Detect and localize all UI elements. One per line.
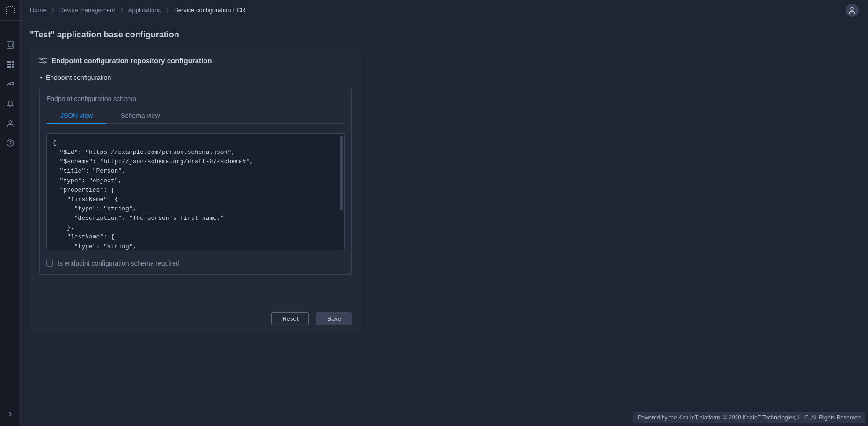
user-menu[interactable] (846, 4, 859, 17)
schema-required-checkbox[interactable] (46, 260, 53, 267)
svg-rect-11 (12, 66, 14, 68)
content: "Test" application base configuration En… (21, 21, 868, 426)
breadcrumb-current: Service configuration ECR (174, 7, 245, 14)
button-row: Reset Save (39, 312, 352, 325)
footer: Powered by the Kaa IoT platform, © 2020 … (633, 412, 865, 423)
page-title: "Test" application base configuration (30, 30, 859, 40)
caret-down-icon (39, 76, 43, 79)
tab-json-view[interactable]: JSON view (46, 108, 107, 124)
svg-rect-4 (9, 61, 11, 63)
svg-rect-6 (7, 64, 9, 65)
svg-rect-0 (7, 7, 14, 14)
breadcrumb-applications[interactable]: Applications (128, 7, 161, 14)
breadcrumb-device-management[interactable]: Device management (59, 7, 115, 14)
section-toggle[interactable]: Endpoint configuration (39, 74, 352, 81)
svg-rect-5 (12, 61, 14, 63)
checkbox-label: Is endpoint configuration schema require… (58, 260, 180, 267)
sidebar-nav (0, 21, 20, 149)
sidebar-item-apps[interactable] (0, 59, 20, 70)
breadcrumb-home[interactable]: Home (30, 7, 46, 14)
sidebar-expand-toggle[interactable] (0, 407, 20, 421)
svg-rect-2 (8, 43, 12, 47)
svg-rect-3 (7, 61, 9, 63)
tab-schema-view[interactable]: Schema view (107, 108, 174, 124)
sidebar-item-help[interactable] (0, 137, 20, 149)
svg-rect-10 (9, 66, 11, 68)
reset-button[interactable]: Reset (271, 312, 309, 325)
save-button[interactable]: Save (316, 312, 352, 325)
svg-point-12 (9, 121, 12, 123)
svg-rect-9 (7, 66, 9, 68)
header: Home Device management Applications Serv… (21, 0, 868, 21)
scrollbar[interactable] (340, 136, 343, 210)
svg-rect-7 (9, 64, 11, 65)
chevron-right-icon (120, 8, 124, 13)
sidebar-item-dashboard[interactable] (0, 39, 20, 51)
svg-point-14 (10, 144, 10, 145)
card-title-text: Endpoint configuration repository config… (51, 57, 212, 65)
section-title-text: Endpoint configuration (46, 74, 111, 81)
breadcrumbs: Home Device management Applications Serv… (30, 7, 246, 14)
sidebar-item-notifications[interactable] (0, 98, 20, 109)
sidebar-item-user[interactable] (0, 118, 20, 129)
schema-label: Endpoint configuration schema (46, 95, 345, 102)
svg-point-17 (41, 58, 43, 60)
chevron-right-icon (51, 8, 55, 13)
sliders-icon (39, 58, 47, 64)
svg-point-15 (851, 7, 853, 10)
svg-rect-1 (7, 42, 14, 48)
svg-rect-8 (12, 64, 14, 65)
config-card: Endpoint configuration repository config… (30, 49, 361, 334)
sidebar (0, 0, 21, 426)
schema-panel: Endpoint configuration schema JSON view … (39, 88, 352, 275)
logo[interactable] (0, 0, 20, 21)
sidebar-item-analytics[interactable] (0, 79, 20, 90)
card-title: Endpoint configuration repository config… (39, 57, 352, 65)
main: Home Device management Applications Serv… (21, 0, 868, 426)
code-content: { "$id": "https://example.com/person.sch… (52, 139, 253, 250)
tabs: JSON view Schema view (46, 108, 345, 124)
svg-point-19 (44, 61, 45, 63)
code-editor[interactable]: { "$id": "https://example.com/person.sch… (46, 133, 345, 250)
chevron-right-icon (166, 8, 169, 13)
checkbox-row: Is endpoint configuration schema require… (46, 260, 345, 267)
